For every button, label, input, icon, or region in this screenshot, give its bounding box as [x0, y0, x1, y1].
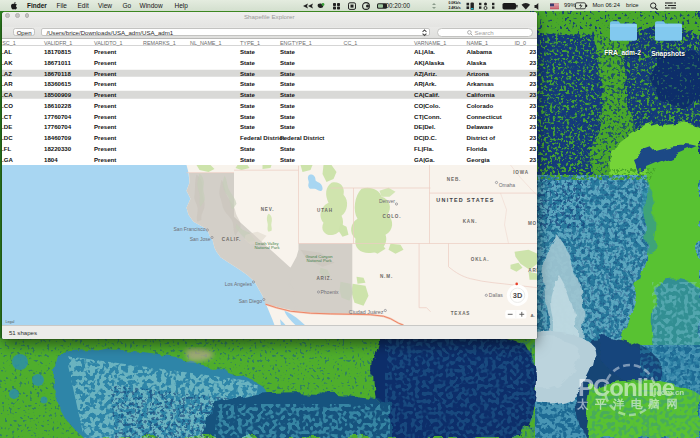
- svg-text:San Diego: San Diego: [238, 298, 262, 304]
- svg-text:UTAH: UTAH: [317, 208, 333, 213]
- svg-text:Phoenix: Phoenix: [320, 289, 339, 295]
- svg-text:ARK: ARK: [528, 268, 537, 273]
- svg-text:.com.cn: .com.cn: [654, 388, 684, 397]
- svg-text:Dallas: Dallas: [488, 293, 502, 299]
- svg-text:NEV.: NEV.: [260, 207, 274, 212]
- svg-text:3D: 3D: [512, 291, 522, 300]
- svg-text:Ciudad Juárez: Ciudad Juárez: [348, 310, 383, 316]
- svg-text:OKLA.: OKLA.: [470, 258, 489, 263]
- svg-text:CALIF.: CALIF.: [221, 238, 240, 243]
- svg-text:Omaha: Omaha: [498, 182, 515, 188]
- svg-text:IOWA: IOWA: [513, 170, 529, 175]
- svg-text:San Francisco: San Francisco: [173, 227, 205, 233]
- svg-text:National Park: National Park: [254, 246, 280, 251]
- svg-text:National Park: National Park: [306, 259, 332, 264]
- svg-text:MO: MO: [527, 221, 536, 226]
- svg-text:UNITED STATES: UNITED STATES: [436, 197, 494, 203]
- svg-text:Los Angeles: Los Angeles: [224, 281, 252, 287]
- svg-text:San Jose: San Jose: [189, 236, 210, 242]
- svg-text:太平洋电脑网: 太平洋电脑网: [576, 398, 684, 411]
- svg-text:NEB.: NEB.: [446, 177, 460, 182]
- svg-text:COLO.: COLO.: [382, 214, 401, 219]
- svg-text:TEXAS: TEXAS: [450, 312, 470, 317]
- svg-text:Denver: Denver: [378, 199, 394, 205]
- svg-text:N.M.: N.M.: [379, 274, 392, 279]
- svg-text:ARIZ.: ARIZ.: [316, 277, 332, 282]
- svg-text:KAN.: KAN.: [462, 220, 477, 225]
- svg-text:A.: A.: [530, 313, 534, 318]
